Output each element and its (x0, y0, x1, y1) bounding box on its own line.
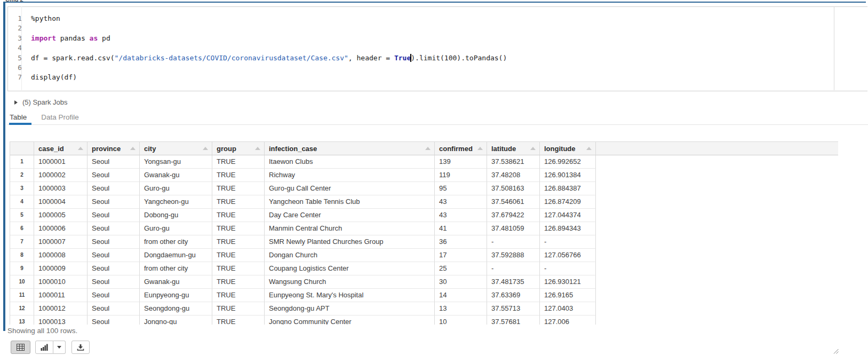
cell-longitude: 126.901384 (540, 169, 596, 182)
table-row: 11000001SeoulYongsan-guTRUEItaewon Clubs… (10, 155, 838, 169)
column-label: case_id (38, 145, 64, 153)
resize-handle[interactable] (833, 347, 839, 353)
cell-city: Yangcheon-gu (140, 195, 212, 209)
spark-jobs-toggle[interactable]: (5) Spark Jobs (14, 98, 68, 106)
cell-latitude: 37.508163 (487, 182, 540, 195)
cell-latitude: 37.48208 (487, 169, 540, 182)
table-view-button[interactable] (11, 341, 30, 354)
line-number: 1 (8, 14, 27, 23)
row-number: 7 (10, 235, 34, 249)
grid-icon (17, 344, 25, 351)
cell-longitude: 126.930121 (540, 275, 596, 289)
table-row: 121000012SeoulSeongdong-guTRUESeongdong-… (10, 302, 838, 315)
cell-longitude: - (540, 235, 596, 249)
column-header-case_id[interactable]: case_id (34, 142, 87, 155)
cell-case_id: 1000006 (34, 222, 87, 235)
caret-down-icon (57, 346, 61, 349)
table-row: 71000007Seoulfrom other cityTRUESMR Newl… (10, 235, 838, 249)
cell-group: TRUE (212, 182, 265, 195)
cell-province: Seoul (87, 302, 140, 315)
cell-confirmed: 43 (435, 195, 487, 209)
sort-arrow-icon (530, 147, 536, 150)
sort-arrow-icon (586, 147, 592, 150)
cell-group: TRUE (212, 222, 265, 235)
cell-province: Seoul (87, 222, 140, 235)
cell-city: Seongdong-gu (140, 302, 212, 315)
column-header-group[interactable]: group (212, 142, 265, 155)
column-label: infection_case (269, 145, 317, 153)
cell-infection_case: Day Care Center (265, 209, 435, 222)
line-number: 3 (8, 34, 27, 43)
cell-confirmed: 43 (435, 209, 487, 222)
cell-infection_case: Yangcheon Table Tennis Club (265, 195, 435, 209)
column-header-infection_case[interactable]: infection_case (265, 142, 435, 155)
cell-longitude: 127.006 (540, 315, 596, 325)
row-number-header (10, 142, 34, 155)
table-row: 131000013SeoulJongno-guTRUEJongno Commun… (10, 315, 838, 325)
tab-data-profile[interactable]: Data Profile (41, 113, 79, 121)
cell-longitude: 126.9165 (540, 289, 596, 302)
column-header-province[interactable]: province (87, 142, 140, 155)
active-tab-indicator (9, 123, 31, 125)
cell-infection_case: Wangsung Church (265, 275, 435, 289)
cell-case_id: 1000013 (34, 315, 87, 325)
cell-latitude: 37.481059 (487, 222, 540, 235)
cell-case_id: 1000004 (34, 195, 87, 209)
cell-province: Seoul (87, 169, 140, 182)
row-number: 4 (10, 195, 34, 209)
line-number: 7 (8, 73, 27, 82)
cell-group: TRUE (212, 249, 265, 262)
sort-arrow-icon (130, 147, 136, 150)
cell-case_id: 1000008 (34, 249, 87, 262)
chart-options-button[interactable] (53, 341, 66, 354)
cell-city: Yongsan-gu (140, 155, 212, 169)
cell-infection_case: Itaewon Clubs (265, 155, 435, 169)
cell-group: TRUE (212, 302, 265, 315)
cell-case_id: 1000003 (34, 182, 87, 195)
column-header-city[interactable]: city (140, 142, 212, 155)
cell-case_id: 1000007 (34, 235, 87, 249)
sort-arrow-icon (477, 147, 483, 150)
chart-view-button[interactable] (35, 341, 53, 354)
cell-latitude: - (487, 262, 540, 275)
cell-city: from other city (140, 262, 212, 275)
cell-city: Dongdaemun-gu (140, 249, 212, 262)
results-tabs: Table Data Profile (10, 113, 79, 121)
code-editor[interactable]: 1%python2 3import pandas as pd4 5df = sp… (7, 6, 867, 91)
cell-longitude: 126.894343 (540, 222, 596, 235)
cell-latitude: 37.481735 (487, 275, 540, 289)
cell-confirmed: 36 (435, 235, 487, 249)
cell-latitude: 37.679422 (487, 209, 540, 222)
cell-province: Seoul (87, 155, 140, 169)
column-header-confirmed[interactable]: confirmed (435, 142, 487, 155)
cell-latitude: 37.538621 (487, 155, 540, 169)
cell-group: TRUE (212, 155, 265, 169)
cell-province: Seoul (87, 289, 140, 302)
expand-arrow-icon (14, 100, 18, 105)
cell-province: Seoul (87, 209, 140, 222)
cell-top-border (3, 2, 866, 3)
cell-latitude: 37.592888 (487, 249, 540, 262)
cell-longitude: 126.884387 (540, 182, 596, 195)
column-header-longitude[interactable]: longitude (540, 142, 596, 155)
download-icon (77, 344, 84, 351)
cell-confirmed: 10 (435, 315, 487, 325)
bar-chart-icon (41, 344, 48, 351)
results-table[interactable]: case_idprovincecitygroupinfection_caseco… (10, 141, 838, 325)
cell-confirmed: 119 (435, 169, 487, 182)
cell-city: from other city (140, 235, 212, 249)
cell-city: Dobong-gu (140, 209, 212, 222)
cell-confirmed: 139 (435, 155, 487, 169)
code-line: %python (27, 14, 60, 23)
cell-latitude: 37.546061 (487, 195, 540, 209)
cell-city: Gwanak-gu (140, 275, 212, 289)
column-label: city (144, 145, 156, 153)
column-header-latitude[interactable]: latitude (487, 142, 540, 155)
row-number: 5 (10, 209, 34, 222)
tab-table[interactable]: Table (10, 113, 27, 121)
cell-province: Seoul (87, 195, 140, 209)
download-button[interactable] (71, 341, 90, 354)
cell-case_id: 1000012 (34, 302, 87, 315)
cell-longitude: - (540, 262, 596, 275)
code-line: df = spark.read.csv("/databricks-dataset… (27, 53, 507, 63)
